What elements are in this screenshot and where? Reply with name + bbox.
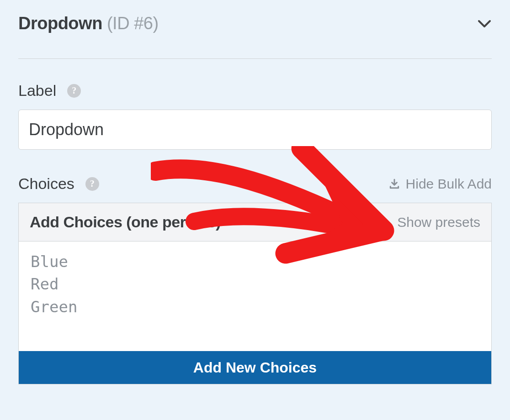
- choices-header-row: Choices ? Hide Bulk Add: [18, 175, 492, 193]
- help-icon[interactable]: ?: [85, 177, 99, 191]
- bulk-add-panel: Add Choices (one per line) Show presets …: [18, 203, 492, 384]
- bulk-add-title: Add Choices (one per line): [30, 213, 221, 231]
- show-presets-link[interactable]: Show presets: [397, 215, 480, 230]
- chevron-down-icon[interactable]: [477, 16, 492, 31]
- download-icon: [388, 178, 400, 190]
- choices-field-label: Choices: [18, 175, 74, 193]
- choices-label-group: Choices ?: [18, 175, 99, 193]
- label-field-row: Label ?: [18, 82, 492, 100]
- field-panel-header[interactable]: Dropdown (ID #6): [18, 9, 492, 59]
- help-icon[interactable]: ?: [67, 84, 81, 98]
- hide-bulk-add-label: Hide Bulk Add: [406, 176, 492, 192]
- field-panel-title: Dropdown (ID #6): [18, 14, 159, 33]
- bulk-add-textarea[interactable]: [19, 242, 491, 351]
- label-input[interactable]: [18, 110, 492, 150]
- bulk-add-header: Add Choices (one per line) Show presets: [19, 203, 491, 242]
- hide-bulk-add-link[interactable]: Hide Bulk Add: [388, 176, 492, 192]
- field-id-label: (ID #6): [107, 14, 159, 33]
- label-field-label: Label: [18, 82, 56, 100]
- add-new-choices-button[interactable]: Add New Choices: [19, 351, 491, 384]
- field-type-name: Dropdown: [18, 14, 102, 33]
